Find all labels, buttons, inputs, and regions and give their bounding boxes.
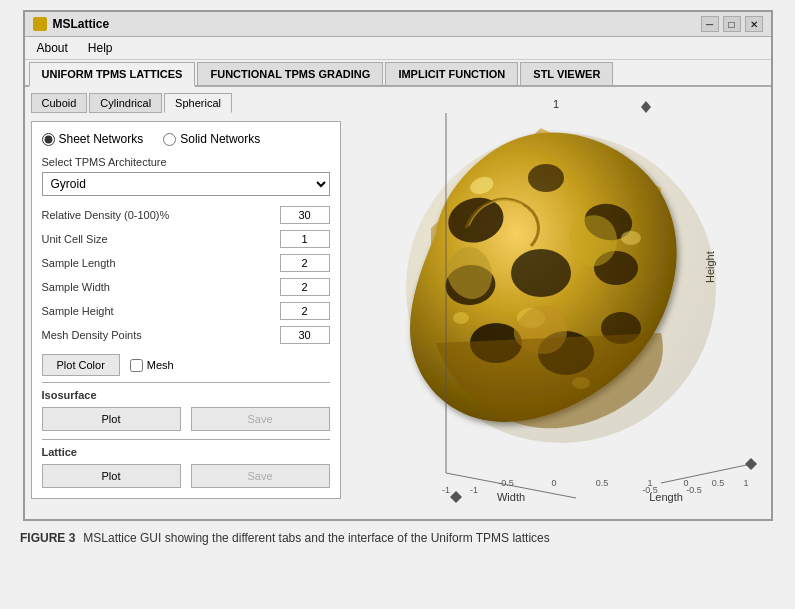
- left-panel: Cuboid Cylindrical Spherical Sheet Netwo…: [31, 93, 341, 513]
- relative-density-input[interactable]: [280, 206, 330, 224]
- svg-text:Width: Width: [496, 491, 524, 503]
- sample-height-row: Sample Height: [42, 302, 330, 320]
- svg-text:-1: -1: [469, 485, 477, 495]
- lattice-save-button[interactable]: Save: [191, 464, 330, 488]
- window-title: MSLattice: [53, 17, 110, 31]
- svg-text:1: 1: [743, 478, 748, 488]
- sheet-networks-radio[interactable]: Sheet Networks: [42, 132, 144, 146]
- svg-marker-39: [745, 458, 757, 470]
- solid-networks-radio[interactable]: Solid Networks: [163, 132, 260, 146]
- isosurface-label: Isosurface: [42, 382, 330, 401]
- plot-area: 1 0.5 0 -0.5 -1 Height Width Length -1 -…: [347, 93, 765, 513]
- tab-cylindrical[interactable]: Cylindrical: [89, 93, 162, 113]
- svg-line-36: [661, 463, 756, 483]
- menu-help[interactable]: Help: [84, 39, 117, 57]
- lattice-label: Lattice: [42, 439, 330, 458]
- 3d-plot: 1 0.5 0 -0.5 -1 Height Width Length -1 -…: [347, 93, 765, 513]
- menubar: About Help: [25, 37, 771, 60]
- titlebar-controls: ─ □ ✕: [701, 16, 763, 32]
- sample-width-label: Sample Width: [42, 281, 110, 293]
- lattice-action-row: Plot Save: [42, 464, 330, 488]
- gyroid-shape: [406, 128, 716, 443]
- tab-cuboid[interactable]: Cuboid: [31, 93, 88, 113]
- svg-point-31: [453, 312, 469, 324]
- lattice-section: Lattice Plot Save: [42, 439, 330, 488]
- relative-density-row: Relative Density (0-100)%: [42, 206, 330, 224]
- mesh-checkbox[interactable]: [130, 359, 143, 372]
- sample-length-row: Sample Length: [42, 254, 330, 272]
- svg-text:-0.5: -0.5: [498, 478, 514, 488]
- sample-length-input[interactable]: [280, 254, 330, 272]
- main-tabs: UNIFORM TPMS LATTICES FUNCTIONAL TPMS GR…: [25, 62, 771, 87]
- sample-width-row: Sample Width: [42, 278, 330, 296]
- svg-text:0.5: 0.5: [711, 478, 724, 488]
- content-area: Cuboid Cylindrical Spherical Sheet Netwo…: [25, 87, 771, 519]
- lattice-plot-button[interactable]: Plot: [42, 464, 181, 488]
- plot-color-row: Plot Color Mesh: [42, 354, 330, 376]
- sub-tabs: Cuboid Cylindrical Spherical: [31, 93, 341, 113]
- mesh-checkbox-label[interactable]: Mesh: [130, 359, 174, 372]
- maximize-button[interactable]: □: [723, 16, 741, 32]
- plot-color-button[interactable]: Plot Color: [42, 354, 120, 376]
- panel-inner: Sheet Networks Solid Networks Select TPM…: [31, 121, 341, 499]
- sample-width-input[interactable]: [280, 278, 330, 296]
- mesh-density-label: Mesh Density Points: [42, 329, 142, 341]
- mesh-density-row: Mesh Density Points: [42, 326, 330, 344]
- svg-text:-0.5: -0.5: [686, 485, 702, 495]
- svg-text:0: 0: [551, 478, 556, 488]
- svg-text:-1: -1: [441, 485, 449, 495]
- architecture-section: Select TPMS Architecture Gyroid Schwartz…: [42, 156, 330, 196]
- sheet-networks-label: Sheet Networks: [59, 132, 144, 146]
- tab-spherical[interactable]: Spherical: [164, 93, 232, 113]
- tab-functional-tpms[interactable]: FUNCTIONAL TPMS GRADING: [197, 62, 383, 85]
- unit-cell-size-label: Unit Cell Size: [42, 233, 108, 245]
- isosurface-section: Isosurface Plot Save: [42, 382, 330, 431]
- tab-implicit-function[interactable]: IMPLICIT FUNCTION: [385, 62, 518, 85]
- caption-text: MSLattice GUI showing the different tabs…: [83, 531, 549, 545]
- svg-marker-37: [641, 101, 651, 113]
- svg-text:1: 1: [552, 98, 558, 110]
- titlebar-left: MSLattice: [33, 17, 110, 31]
- menu-about[interactable]: About: [33, 39, 72, 57]
- isosurface-plot-button[interactable]: Plot: [42, 407, 181, 431]
- right-panel: 1 0.5 0 -0.5 -1 Height Width Length -1 -…: [347, 93, 765, 513]
- tab-uniform-tpms[interactable]: UNIFORM TPMS LATTICES: [29, 62, 196, 87]
- app-icon: [33, 17, 47, 31]
- relative-density-label: Relative Density (0-100)%: [42, 209, 170, 221]
- figure-label: FIGURE 3: [20, 531, 75, 545]
- unit-cell-size-input[interactable]: [280, 230, 330, 248]
- sample-height-input[interactable]: [280, 302, 330, 320]
- svg-point-23: [511, 249, 571, 297]
- architecture-dropdown[interactable]: Gyroid Schwartz P Schwartz D Lidinoid Ne…: [42, 172, 330, 196]
- figure-caption: FIGURE 3 MSLattice GUI showing the diffe…: [10, 531, 785, 545]
- mesh-density-input[interactable]: [280, 326, 330, 344]
- isosurface-action-row: Plot Save: [42, 407, 330, 431]
- svg-marker-38: [450, 491, 462, 503]
- svg-text:-0.5: -0.5: [642, 485, 658, 495]
- minimize-button[interactable]: ─: [701, 16, 719, 32]
- mesh-label: Mesh: [147, 359, 174, 371]
- network-selection: Sheet Networks Solid Networks: [42, 132, 330, 146]
- solid-networks-label: Solid Networks: [180, 132, 260, 146]
- svg-text:0.5: 0.5: [595, 478, 608, 488]
- svg-point-28: [528, 164, 564, 192]
- main-window: MSLattice ─ □ ✕ About Help UNIFORM TPMS …: [23, 10, 773, 521]
- unit-cell-size-row: Unit Cell Size: [42, 230, 330, 248]
- architecture-label: Select TPMS Architecture: [42, 156, 330, 168]
- sample-height-label: Sample Height: [42, 305, 114, 317]
- titlebar: MSLattice ─ □ ✕: [25, 12, 771, 37]
- isosurface-save-button[interactable]: Save: [191, 407, 330, 431]
- tab-stl-viewer[interactable]: STL VIEWER: [520, 62, 613, 85]
- svg-point-30: [621, 231, 641, 245]
- close-button[interactable]: ✕: [745, 16, 763, 32]
- sample-length-label: Sample Length: [42, 257, 116, 269]
